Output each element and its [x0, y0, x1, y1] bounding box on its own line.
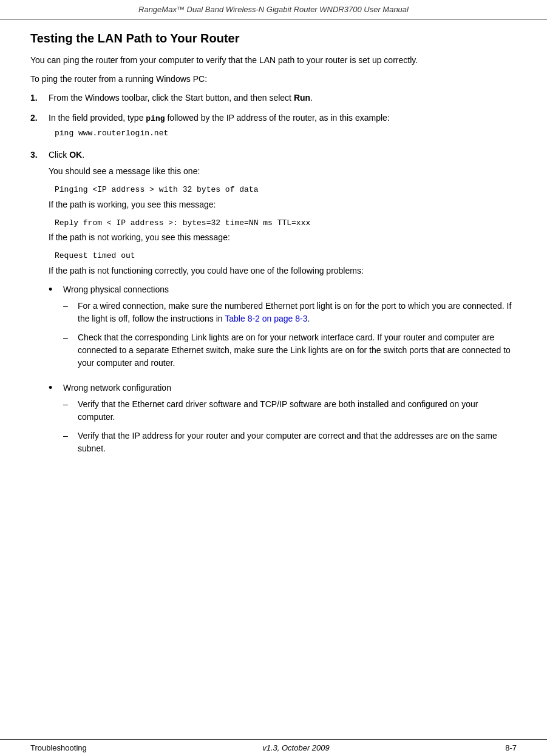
step-3-num: 3. [30, 149, 49, 467]
sub-intro2: If the path is working, you see this mes… [49, 198, 517, 211]
step-2-num: 2. [30, 112, 49, 141]
step-2-bold: ping [146, 114, 165, 123]
bullet-2-dashes: – Verify that the Ethernet card driver s… [63, 398, 517, 455]
dash-2-1-sym: – [63, 398, 78, 424]
header-text: RangeMax™ Dual Band Wireless-N Gigabit R… [138, 5, 409, 14]
page-footer: Troubleshooting v1.3, October 2009 8-7 [0, 739, 547, 756]
step-2-text-after: followed by the IP address of the router… [165, 113, 390, 123]
page-title: Testing the LAN Path to Your Router [30, 32, 517, 46]
bullet-1-dashes: – For a wired connection, make sure the … [63, 300, 517, 370]
step-1-bold: Run [294, 93, 310, 103]
dash-2-1: – Verify that the Ethernet card driver s… [63, 398, 517, 424]
bullet-1-content: Wrong physical connections – For a wired… [63, 283, 517, 376]
sub-intro4: If the path is not functioning correctly… [49, 265, 517, 277]
step-3-text-before: Click [49, 150, 69, 160]
dash-1-1: – For a wired connection, make sure the … [63, 300, 517, 325]
bullet-2: • Wrong network configuration – Verify t… [49, 382, 517, 461]
step-3-bold: OK [69, 150, 82, 160]
dash-2-1-content: Verify that the Ethernet card driver sof… [78, 398, 517, 424]
dash-2-2-content: Verify that the IP address for your rout… [78, 430, 517, 455]
bullet-1-label: Wrong physical connections [63, 285, 169, 294]
step-1: 1. From the Windows toolbar, click the S… [30, 92, 517, 104]
step-3-text-after: . [82, 150, 84, 160]
steps-list: 1. From the Windows toolbar, click the S… [30, 92, 517, 467]
dash-1-1-sym: – [63, 300, 78, 325]
step-2-text-before: In the field provided, type [49, 113, 146, 123]
step-3-content: Click OK. You should see a message like … [49, 149, 517, 467]
sub-code2: Reply from < IP address >: bytes=32 time… [55, 217, 517, 229]
dash-1-2-content: Check that the corresponding Link lights… [78, 331, 517, 370]
intro-paragraph-1: You can ping the router from your comput… [30, 54, 517, 67]
table-link[interactable]: Table 8-2 on page 8-3 [225, 314, 307, 323]
step-1-text-after: . [310, 93, 313, 103]
sub-intro1: You should see a message like this one: [49, 165, 517, 178]
sub-code1: Pinging <IP address > with 32 bytes of d… [55, 184, 517, 196]
dash-1-1-after: . [308, 314, 310, 323]
dash-1-2: – Check that the corresponding Link ligh… [63, 331, 517, 370]
step-2-content: In the field provided, type ping followe… [49, 112, 517, 141]
intro-paragraph-2: To ping the router from a running Window… [30, 73, 517, 86]
dash-2-2: – Verify that the IP address for your ro… [63, 430, 517, 455]
footer-right: 8-7 [505, 743, 517, 752]
problems-list: • Wrong physical connections – For a wir… [49, 283, 517, 461]
step-1-text-before: From the Windows toolbar, click the Star… [49, 93, 294, 103]
page-header: RangeMax™ Dual Band Wireless-N Gigabit R… [0, 0, 547, 19]
sub-code3: Request timed out [55, 250, 517, 262]
bullet-2-content: Wrong network configuration – Verify tha… [63, 382, 517, 461]
step-2-code: ping www.routerlogin.net [55, 127, 517, 140]
bullet-1-dot: • [49, 283, 63, 376]
bullet-2-label: Wrong network configuration [63, 383, 171, 393]
bullet-2-dot: • [49, 382, 63, 461]
sub-intro3: If the path is not working, you see this… [49, 231, 517, 244]
page-wrapper: RangeMax™ Dual Band Wireless-N Gigabit R… [0, 0, 547, 756]
bullet-1: • Wrong physical connections – For a wir… [49, 283, 517, 376]
step-2: 2. In the field provided, type ping foll… [30, 112, 517, 141]
main-content: Testing the LAN Path to Your Router You … [0, 19, 547, 739]
step-1-num: 1. [30, 92, 49, 104]
step-3-sub: You should see a message like this one: … [49, 165, 517, 277]
dash-2-2-sym: – [63, 430, 78, 455]
step-3: 3. Click OK. You should see a message li… [30, 149, 517, 467]
dash-1-2-sym: – [63, 331, 78, 370]
step-1-content: From the Windows toolbar, click the Star… [49, 92, 517, 104]
dash-1-1-content: For a wired connection, make sure the nu… [78, 300, 517, 325]
footer-center: v1.3, October 2009 [87, 743, 505, 752]
footer-left: Troubleshooting [30, 743, 87, 752]
